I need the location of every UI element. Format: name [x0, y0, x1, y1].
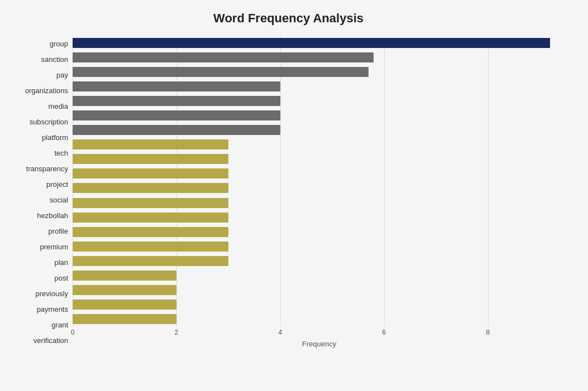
grid-line: [280, 36, 281, 326]
bar-row: [73, 66, 566, 78]
y-label: tech: [11, 147, 68, 159]
x-tick-label: 8: [486, 329, 490, 336]
bar: [73, 285, 176, 295]
y-label: payments: [11, 303, 68, 316]
bar: [73, 271, 176, 281]
y-label: grant: [11, 319, 68, 331]
y-label: social: [11, 194, 68, 206]
y-label: project: [11, 178, 68, 190]
x-tick-label: 6: [382, 329, 386, 336]
y-label: previously: [11, 288, 68, 300]
bar-row: [73, 124, 566, 136]
y-label: sanction: [11, 53, 68, 65]
bar: [73, 213, 228, 223]
y-label: pay: [11, 69, 68, 81]
chart-title: Word Frequency Analysis: [11, 11, 566, 26]
bar-row: [73, 313, 566, 325]
x-axis-label: Frequency: [73, 340, 566, 348]
bar-row: [73, 226, 566, 238]
bar-row: [73, 269, 566, 282]
bar-row: [73, 197, 566, 209]
y-label: profile: [11, 225, 68, 238]
y-label: hezbollah: [11, 210, 68, 222]
bar-row: [73, 95, 566, 107]
y-axis: groupsanctionpayorganizationsmediasubscr…: [11, 36, 73, 349]
bar: [73, 81, 280, 91]
y-label: post: [11, 272, 68, 284]
bar-row: [73, 138, 566, 151]
bar: [73, 96, 280, 106]
y-label: plan: [11, 257, 68, 269]
bar: [73, 227, 228, 237]
bar: [73, 110, 280, 120]
grid-line: [176, 36, 177, 326]
plot-area: 02468 Frequency: [73, 36, 566, 349]
y-label: group: [11, 37, 68, 50]
bar-row: [73, 109, 566, 122]
y-label: premium: [11, 241, 68, 253]
bar-row: [73, 298, 566, 311]
y-label: transparency: [11, 162, 68, 175]
bar: [73, 125, 280, 135]
y-label: subscription: [11, 115, 68, 128]
grid-line: [488, 36, 489, 326]
bar-row: [73, 37, 566, 49]
bar: [73, 154, 228, 164]
bar-row: [73, 167, 566, 180]
bar-row: [73, 153, 566, 165]
y-label: platform: [11, 131, 68, 143]
bar: [73, 139, 228, 149]
bar: [73, 198, 228, 208]
bar-row: [73, 255, 566, 267]
bar: [73, 300, 176, 310]
bar-row: [73, 211, 566, 224]
y-label: organizations: [11, 84, 68, 96]
y-label: verification: [11, 335, 68, 347]
bar-row: [73, 80, 566, 93]
bar: [73, 67, 369, 77]
x-ticks: 02468: [73, 329, 566, 337]
x-tick-label: 4: [278, 329, 282, 336]
grid-line: [73, 36, 73, 326]
bar-row: [73, 284, 566, 296]
bar-row: [73, 240, 566, 253]
grid-line: [384, 36, 385, 326]
bar-row: [73, 182, 566, 194]
bar: [73, 183, 228, 193]
bar: [73, 314, 176, 324]
y-label: media: [11, 100, 68, 112]
x-tick-label: 0: [71, 329, 75, 336]
x-axis: 02468 Frequency: [73, 329, 566, 349]
chart-container: Word Frequency Analysis groupsanctionpay…: [0, 0, 588, 391]
bars-wrapper: [73, 36, 566, 326]
x-tick-label: 2: [175, 329, 179, 336]
bar: [73, 52, 374, 62]
bar: [73, 168, 228, 178]
chart-area: groupsanctionpayorganizationsmediasubscr…: [11, 36, 566, 349]
bar: [73, 256, 228, 266]
bar-row: [73, 51, 566, 64]
grid-lines: [73, 36, 566, 326]
bar: [73, 242, 228, 252]
bar: [73, 38, 550, 48]
